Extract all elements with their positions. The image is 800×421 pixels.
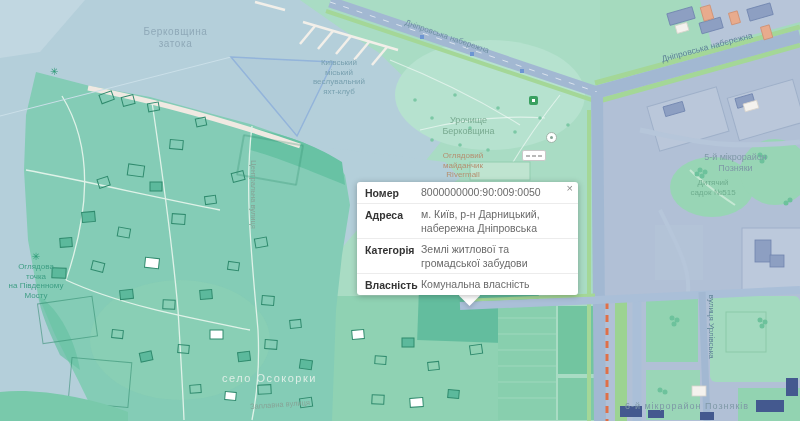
poi-circle-icon <box>546 132 557 143</box>
field-value: Землі житлової та громадської забудови <box>421 242 570 270</box>
popup-row-category: Категорія Землі житлової та громадської … <box>357 239 578 274</box>
popup-row-number: Номер 8000000000:90:009:0050 <box>357 182 578 204</box>
field-value: Комунальна власність <box>421 277 570 292</box>
field-value: 8000000000:90:009:0050 <box>421 185 570 200</box>
field-label: Номер <box>365 185 421 200</box>
field-value: м. Київ, р-н Дарницький, набережна Дніпр… <box>421 207 570 235</box>
sports-poi-icon <box>529 96 538 105</box>
parcel-info-popup: × Номер 8000000000:90:009:0050 Адреса м.… <box>357 182 578 295</box>
popup-row-address: Адреса м. Київ, р-н Дарницький, набережн… <box>357 204 578 239</box>
field-label: Категорія <box>365 242 421 270</box>
field-label: Адреса <box>365 207 421 235</box>
close-icon[interactable]: × <box>567 183 573 194</box>
map-viewport[interactable]: Берковщиназатока Київськийміський веслув… <box>0 0 800 421</box>
popup-row-ownership: Власність Комунальна власність <box>357 274 578 295</box>
field-label: Власність <box>365 277 421 292</box>
road-sign-icon <box>522 150 546 161</box>
